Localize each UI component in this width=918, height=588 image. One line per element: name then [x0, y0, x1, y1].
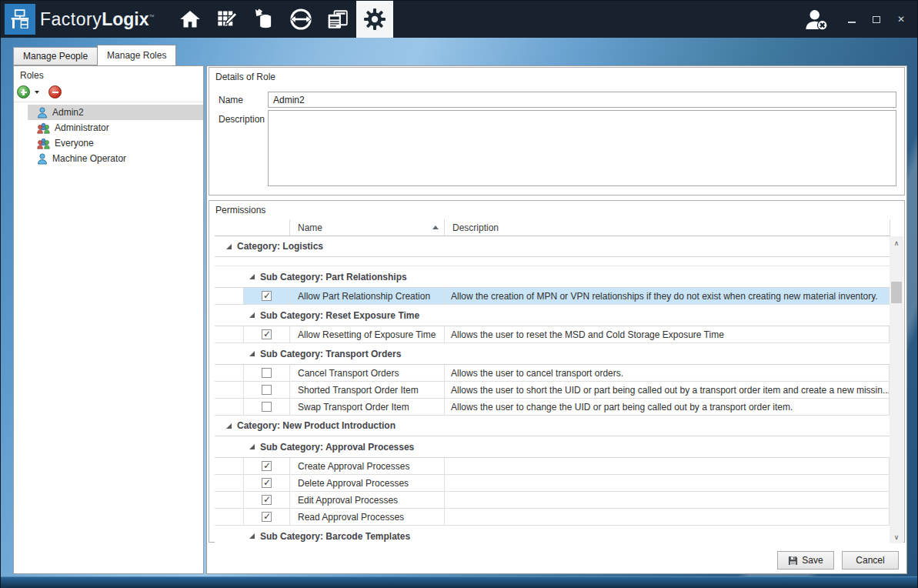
tab-manage-people[interactable]: Manage People	[13, 47, 97, 65]
tab-manage-roles[interactable]: Manage Roles	[97, 45, 176, 65]
group-row-label: Category: Logistics	[237, 241, 323, 252]
documents-icon[interactable]	[319, 1, 356, 38]
scroll-down-icon[interactable]: ∨	[890, 530, 903, 543]
tab-strip: Manage People Manage Roles	[13, 45, 176, 65]
save-button[interactable]: Save	[777, 551, 834, 570]
permissions-scrollbar[interactable]: ∧ ∨	[890, 236, 903, 543]
permission-description: Allow the creation of MPN or VPN relatio…	[445, 288, 890, 304]
group-icon	[37, 122, 50, 134]
permission-checkbox[interactable]	[262, 478, 272, 488]
permission-checkbox[interactable]	[262, 385, 272, 395]
maximize-button[interactable]	[868, 12, 885, 27]
permission-checkbox[interactable]	[262, 461, 272, 471]
user-icon	[37, 153, 48, 165]
checkbox-cell	[243, 492, 290, 508]
checkbox-cell	[243, 365, 290, 381]
expanded-triangle-icon[interactable]	[249, 312, 255, 318]
expanded-triangle-icon[interactable]	[249, 444, 255, 449]
permission-checkbox[interactable]	[262, 368, 272, 378]
column-header-name[interactable]: Name	[290, 219, 445, 236]
permission-checkbox[interactable]	[262, 402, 272, 412]
details-title: Details of Role	[209, 68, 904, 85]
user-logout-icon[interactable]	[803, 8, 830, 31]
subcategory-group-row[interactable]: Sub Category: Part Relationships	[215, 266, 890, 288]
subcategory-group-row[interactable]: Sub Category: Barcode Templates	[215, 526, 890, 543]
row-indent	[215, 399, 243, 415]
cancel-button[interactable]: Cancel	[842, 551, 899, 570]
permission-row[interactable]: Swap Transport Order ItemAllows the user…	[215, 399, 890, 416]
role-description-input[interactable]	[268, 110, 896, 186]
partially-scrolled-row: Sub Category:	[215, 257, 890, 266]
permission-description: Allows the user to cancel transport orde…	[445, 365, 890, 381]
expanded-triangle-icon[interactable]	[249, 351, 255, 356]
checkbox-cell	[243, 509, 290, 525]
permission-checkbox[interactable]	[262, 512, 272, 522]
permission-row[interactable]: Edit Approval Processes	[215, 492, 890, 509]
checkbox-cell	[243, 288, 290, 304]
permission-name: Delete Approval Processes	[290, 475, 445, 491]
permission-row[interactable]: Allow Resetting of Exposure TimeAllows t…	[215, 326, 890, 343]
permission-row[interactable]: Allow Part Relationship CreationAllow th…	[215, 288, 890, 305]
remove-role-button[interactable]	[48, 85, 62, 99]
roles-panel-title: Roles	[14, 66, 203, 84]
title-bar: FactoryLogix™	[1, 1, 917, 38]
permission-row[interactable]: Cancel Transport OrdersAllows the user t…	[215, 365, 890, 382]
role-list-item[interactable]: Administrator	[28, 120, 203, 135]
role-list-item[interactable]: Everyone	[28, 135, 203, 151]
close-button[interactable]: ✕	[893, 12, 910, 27]
group-row-label: Sub Category: Approval Processes	[260, 442, 414, 453]
brand-name: FactoryLogix™	[40, 9, 155, 30]
permission-checkbox[interactable]	[262, 329, 272, 339]
expanded-triangle-icon[interactable]	[226, 423, 232, 429]
home-icon[interactable]	[172, 1, 209, 38]
permission-row[interactable]: Shorted Transport Order ItemAllows the u…	[215, 382, 890, 399]
group-row-label: Category: New Product Introduction	[237, 420, 396, 431]
user-icon	[37, 107, 48, 119]
scrollbar-thumb[interactable]	[891, 282, 902, 303]
subcategory-group-row[interactable]: Sub Category: Transport Orders	[215, 343, 890, 365]
transfer-arrows-icon[interactable]	[282, 1, 319, 38]
permission-checkbox[interactable]	[262, 291, 272, 301]
materials-database-icon[interactable]	[245, 1, 282, 38]
category-group-row[interactable]: Category: New Product Introduction	[215, 416, 890, 436]
expanded-triangle-icon[interactable]	[226, 244, 232, 249]
permission-description	[445, 475, 890, 491]
permissions-box: Permissions Name Description Category: L…	[209, 200, 905, 543]
settings-gear-icon[interactable]	[356, 1, 393, 38]
row-indent	[215, 382, 243, 398]
role-list-item[interactable]: Machine Operator	[28, 151, 203, 166]
role-list-item[interactable]: Admin2	[28, 105, 203, 120]
permissions-table-body: Category: LogisticsSub Category:Sub Cate…	[215, 236, 890, 543]
column-header-checkbox[interactable]	[215, 219, 290, 236]
permission-name: Read Approval Processes	[290, 509, 445, 525]
permission-row[interactable]: Delete Approval Processes	[215, 475, 890, 492]
add-role-dropdown-icon[interactable]	[35, 91, 39, 94]
details-of-role-box: Details of Role Name Description	[209, 67, 905, 195]
app-window: FactoryLogix™	[0, 0, 918, 588]
checkbox-cell	[243, 399, 290, 415]
permission-name: Shorted Transport Order Item	[290, 382, 445, 398]
window-controls: ✕	[843, 12, 910, 27]
add-role-button[interactable]	[17, 85, 30, 99]
subcategory-group-row[interactable]: Sub Category: Reset Exposure Time	[215, 305, 890, 326]
minimize-button[interactable]	[843, 12, 860, 27]
permission-name: Edit Approval Processes	[290, 492, 445, 508]
expanded-triangle-icon[interactable]	[249, 274, 255, 279]
permission-checkbox[interactable]	[262, 495, 272, 505]
permission-name: Allow Part Relationship Creation	[290, 288, 445, 304]
row-indent	[215, 326, 243, 342]
category-group-row[interactable]: Category: Logistics	[215, 236, 890, 257]
column-header-description[interactable]: Description	[445, 219, 890, 236]
row-indent	[215, 492, 243, 508]
checkbox-cell	[243, 458, 290, 474]
permission-row[interactable]: Create Approval Processes	[215, 458, 890, 475]
expanded-triangle-icon[interactable]	[249, 533, 255, 539]
floppy-disk-icon	[788, 556, 798, 566]
group-row-label: Sub Category: Barcode Templates	[260, 531, 410, 542]
scroll-up-icon[interactable]: ∧	[890, 236, 903, 249]
checkbox-cell	[243, 475, 290, 491]
permission-row[interactable]: Read Approval Processes	[215, 509, 890, 526]
role-name-input[interactable]	[268, 92, 896, 108]
production-grid-pencil-icon[interactable]	[209, 1, 245, 38]
subcategory-group-row[interactable]: Sub Category: Approval Processes	[215, 436, 890, 458]
